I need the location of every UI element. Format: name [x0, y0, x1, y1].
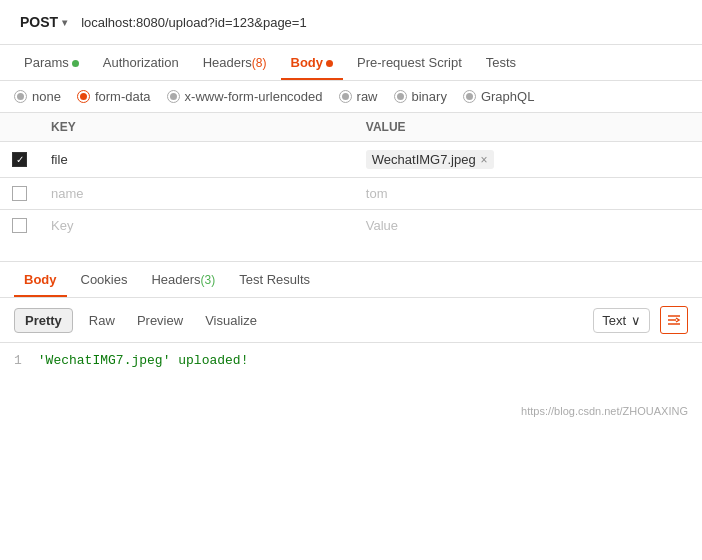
radio-none[interactable]: none	[14, 89, 61, 104]
response-tab-bar: Body Cookies Headers(3) Test Results	[0, 262, 702, 298]
row2-checkbox[interactable]	[12, 186, 27, 201]
radio-graphql-circle	[463, 90, 476, 103]
response-content: 1 'WechatIMG7.jpeg' uploaded!	[0, 343, 702, 403]
url-bar: POST ▾	[0, 0, 702, 45]
tab-params[interactable]: Params	[14, 45, 89, 80]
format-preview-btn[interactable]: Preview	[131, 309, 189, 332]
radio-urlencoded[interactable]: x-www-form-urlencoded	[167, 89, 323, 104]
radio-raw[interactable]: raw	[339, 89, 378, 104]
tab-tests[interactable]: Tests	[476, 45, 526, 80]
format-pretty-btn[interactable]: Pretty	[14, 308, 73, 333]
radio-binary-circle	[394, 90, 407, 103]
resp-tab-test-results[interactable]: Test Results	[229, 262, 320, 297]
table-row: Key Value	[0, 210, 702, 242]
row1-value-tag: WechatIMG7.jpeg ×	[366, 150, 494, 169]
row3-checkbox[interactable]	[12, 218, 27, 233]
format-raw-btn[interactable]: Raw	[83, 309, 121, 332]
body-type-row: none form-data x-www-form-urlencoded raw…	[0, 81, 702, 113]
radio-urlencoded-circle	[167, 90, 180, 103]
method-select[interactable]: POST ▾	[14, 10, 73, 34]
tab-pre-request[interactable]: Pre-request Script	[347, 45, 472, 80]
radio-form-data-circle	[77, 90, 90, 103]
method-label: POST	[20, 14, 58, 30]
radio-raw-circle	[339, 90, 352, 103]
watermark: https://blog.csdn.net/ZHOUAXING	[0, 403, 702, 423]
wrap-lines-icon	[666, 312, 682, 328]
row1-value[interactable]: WechatIMG7.jpeg ×	[354, 142, 702, 178]
text-format-select[interactable]: Text ∨	[593, 308, 650, 333]
tab-headers[interactable]: Headers(8)	[193, 45, 277, 80]
row1-checkbox[interactable]	[12, 152, 27, 167]
resp-tab-cookies[interactable]: Cookies	[71, 262, 138, 297]
resp-tab-headers[interactable]: Headers(3)	[141, 262, 225, 297]
response-code-line: 'WechatIMG7.jpeg' uploaded!	[38, 353, 249, 393]
row1-close-icon[interactable]: ×	[481, 153, 488, 167]
th-key: KEY	[39, 113, 354, 142]
table-row: name tom	[0, 178, 702, 210]
tab-authorization[interactable]: Authorization	[93, 45, 189, 80]
wrap-icon[interactable]	[660, 306, 688, 334]
row1-checkbox-cell	[0, 142, 39, 178]
headers-badge: (8)	[252, 56, 267, 70]
row2-value[interactable]: tom	[354, 178, 702, 210]
line-number: 1	[14, 353, 22, 393]
radio-binary[interactable]: binary	[394, 89, 447, 104]
table-row: file WechatIMG7.jpeg ×	[0, 142, 702, 178]
format-row: Pretty Raw Preview Visualize Text ∨	[0, 298, 702, 343]
th-value: VALUE	[354, 113, 702, 142]
tab-body[interactable]: Body	[281, 45, 344, 80]
th-checkbox	[0, 113, 39, 142]
radio-form-data[interactable]: form-data	[77, 89, 151, 104]
request-tab-bar: Params Authorization Headers(8) Body Pre…	[0, 45, 702, 81]
row3-key[interactable]: Key	[39, 210, 354, 242]
format-visualize-btn[interactable]: Visualize	[199, 309, 263, 332]
body-dot	[326, 60, 333, 67]
radio-graphql[interactable]: GraphQL	[463, 89, 534, 104]
row1-key[interactable]: file	[39, 142, 354, 178]
row3-value[interactable]: Value	[354, 210, 702, 242]
params-dot	[72, 60, 79, 67]
radio-none-circle	[14, 90, 27, 103]
row3-checkbox-cell	[0, 210, 39, 242]
resp-tab-body[interactable]: Body	[14, 262, 67, 297]
url-input[interactable]	[81, 15, 688, 30]
resp-headers-badge: (3)	[201, 273, 216, 287]
row2-checkbox-cell	[0, 178, 39, 210]
row2-key[interactable]: name	[39, 178, 354, 210]
method-chevron: ▾	[62, 17, 67, 28]
kv-table: KEY VALUE file WechatIMG7.jpeg ×	[0, 113, 702, 241]
